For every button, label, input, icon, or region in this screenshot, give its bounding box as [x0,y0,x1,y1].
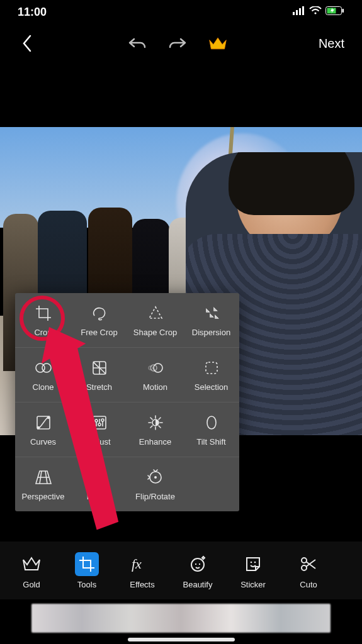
bottom-tab-tools[interactable]: Tools [59,545,115,596]
fx-icon: fx [130,552,154,576]
svg-point-9 [42,364,51,372]
tool-motion[interactable]: Motion [127,348,183,402]
bottom-tab-label: Tools [77,580,96,589]
svg-rect-0 [293,12,295,15]
tools-panel: Crop Free Crop Shape Crop Dispersion Clo… [15,293,239,511]
top-nav: Next [0,23,362,62]
tools-row: Curves Adjust Enhance Tilt Shift [15,402,239,457]
tool-label: Perspective [22,492,65,501]
tool-label: Tilt Shift [196,437,225,447]
svg-rect-3 [302,6,304,15]
tool-label: Flip/Rotate [135,492,175,501]
svg-point-21 [101,419,104,421]
svg-point-30 [254,561,256,563]
tool-dispersion[interactable]: Dispersion [183,293,239,347]
svg-point-4 [314,12,316,14]
motion-icon [146,358,165,377]
bottom-tab-beautify[interactable]: Beautify [170,545,225,596]
tool-clone[interactable]: Clone [15,348,71,402]
bottom-tab-label: Sticker [240,580,266,589]
signal-icon [293,6,305,18]
bottom-tab-cutout[interactable]: Cuto [281,545,336,596]
bottom-tab-label: Cuto [300,580,317,589]
crop-icon [34,304,53,323]
thumbnail-strip[interactable] [31,604,331,633]
tool-selection[interactable]: Selection [183,348,239,402]
tool-label: Motion [143,382,167,392]
resize-icon [90,468,109,487]
next-button[interactable]: Next [319,36,344,51]
svg-point-19 [95,419,98,422]
tool-tilt-shift[interactable]: Tilt Shift [183,402,239,457]
tools-row: Clone Stretch Motion Selection [15,348,239,402]
tool-label: Clone [33,382,54,392]
tool-label: Stretch [86,382,112,392]
home-indicator[interactable] [128,638,235,641]
bottom-tab-gold[interactable]: Gold [4,545,59,596]
redo-button[interactable] [168,34,187,53]
tool-curves[interactable]: Curves [15,402,71,457]
svg-rect-2 [299,8,301,15]
tools-row: Crop Free Crop Shape Crop Dispersion [15,293,239,348]
tool-label: Adjust [88,437,110,447]
undo-button[interactable] [128,34,147,53]
tool-stretch[interactable]: Stretch [71,348,127,402]
svg-point-29 [251,561,252,563]
tool-flip-rotate[interactable]: Flip/Rotate [127,457,183,511]
back-button[interactable] [18,34,37,53]
bottom-tab-label: Effects [130,580,155,589]
svg-point-17 [47,416,49,418]
tilt-shift-icon [202,413,221,432]
tool-label: Crop [34,328,52,337]
selection-icon [202,358,221,377]
dispersion-icon [202,304,221,323]
stretch-icon [90,358,109,377]
curves-icon [34,413,53,432]
tool-label: Selection [195,382,228,392]
svg-point-28 [191,558,204,571]
crown-icon[interactable] [208,34,227,53]
tool-free-crop[interactable]: Free Crop [71,293,127,347]
tool-label: Shape Crop [133,328,177,337]
tool-perspective[interactable]: Perspective [15,457,71,511]
tools-row: Perspective Resize Flip/Rotate [15,457,239,511]
status-icons [293,6,344,18]
status-bar: 11:00 [0,0,362,23]
enhance-icon [146,413,165,432]
tool-label: Curves [30,437,56,447]
scissors-icon [297,552,320,576]
bottom-tab-label: Beautify [183,580,213,589]
svg-rect-7 [342,9,344,13]
crop-icon [75,552,99,576]
bottom-tab-label: Gold [23,580,40,589]
svg-text:fx: fx [132,556,142,572]
svg-point-25 [154,476,157,479]
svg-point-16 [37,426,39,428]
bottom-tab-sticker[interactable]: Sticker [225,545,281,596]
shape-crop-icon [146,304,165,323]
battery-icon [325,6,344,18]
flip-rotate-icon [146,468,165,487]
perspective-icon [34,468,53,487]
adjust-icon [90,413,109,432]
svg-point-20 [98,423,101,426]
bottom-toolbar: Gold Tools fx Effects Beautify Sticker C… [0,541,362,599]
tool-resize[interactable]: Resize [71,457,127,511]
tool-enhance[interactable]: Enhance [127,402,183,457]
tool-label: Free Crop [81,328,118,337]
tool-label: Resize [87,492,112,501]
svg-rect-14 [206,362,217,374]
tool-crop[interactable]: Crop [15,293,71,347]
wifi-icon [309,6,322,18]
tool-adjust[interactable]: Adjust [71,402,127,457]
crown-outline-icon [20,552,43,576]
status-time: 11:00 [18,6,47,19]
svg-rect-1 [296,10,298,15]
beautify-icon [186,552,210,576]
sticker-icon [241,552,265,576]
tool-label: Dispersion [192,328,230,337]
clone-icon [34,358,53,377]
bottom-tab-effects[interactable]: fx Effects [115,545,170,596]
free-crop-icon [90,304,109,323]
tool-shape-crop[interactable]: Shape Crop [127,293,183,347]
